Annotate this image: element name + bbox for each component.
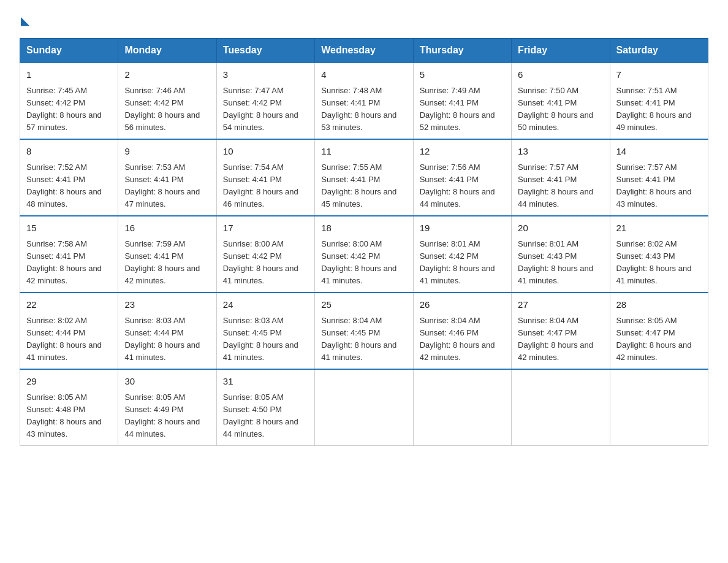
- day-info: Sunrise: 7:54 AMSunset: 4:41 PMDaylight:…: [223, 163, 298, 209]
- day-info: Sunrise: 8:02 AMSunset: 4:43 PMDaylight:…: [616, 239, 692, 285]
- day-number: 1: [26, 68, 112, 82]
- day-cell-6: 6 Sunrise: 7:50 AMSunset: 4:41 PMDayligh…: [512, 63, 610, 139]
- day-cell-15: 15 Sunrise: 7:58 AMSunset: 4:41 PMDaylig…: [20, 216, 118, 293]
- day-number: 19: [420, 221, 505, 236]
- day-number: 8: [26, 145, 112, 159]
- col-header-monday: Monday: [118, 39, 216, 63]
- empty-cell: [512, 369, 610, 446]
- col-header-sunday: Sunday: [20, 39, 118, 63]
- day-info: Sunrise: 7:48 AMSunset: 4:41 PMDaylight:…: [321, 86, 396, 132]
- day-cell-1: 1 Sunrise: 7:45 AMSunset: 4:42 PMDayligh…: [20, 63, 118, 139]
- day-info: Sunrise: 8:01 AMSunset: 4:43 PMDaylight:…: [518, 239, 593, 285]
- col-header-wednesday: Wednesday: [315, 39, 413, 63]
- day-cell-20: 20 Sunrise: 8:01 AMSunset: 4:43 PMDaylig…: [512, 216, 610, 293]
- day-info: Sunrise: 8:05 AMSunset: 4:48 PMDaylight:…: [26, 393, 102, 439]
- day-cell-13: 13 Sunrise: 7:57 AMSunset: 4:41 PMDaylig…: [512, 139, 610, 216]
- day-number: 23: [124, 298, 210, 312]
- logo: [20, 15, 29, 26]
- day-cell-23: 23 Sunrise: 8:03 AMSunset: 4:44 PMDaylig…: [118, 293, 216, 369]
- day-number: 28: [616, 298, 702, 312]
- day-info: Sunrise: 7:47 AMSunset: 4:42 PMDaylight:…: [223, 86, 298, 132]
- logo-triangle-icon: [21, 17, 29, 26]
- day-number: 30: [124, 375, 210, 389]
- day-number: 9: [124, 145, 210, 159]
- day-cell-10: 10 Sunrise: 7:54 AMSunset: 4:41 PMDaylig…: [216, 139, 314, 216]
- col-header-saturday: Saturday: [610, 39, 708, 63]
- day-cell-16: 16 Sunrise: 7:59 AMSunset: 4:41 PMDaylig…: [118, 216, 216, 293]
- day-number: 5: [420, 68, 505, 82]
- day-cell-12: 12 Sunrise: 7:56 AMSunset: 4:41 PMDaylig…: [413, 139, 511, 216]
- day-info: Sunrise: 7:59 AMSunset: 4:41 PMDaylight:…: [124, 239, 200, 285]
- day-info: Sunrise: 8:05 AMSunset: 4:50 PMDaylight:…: [223, 393, 298, 439]
- day-cell-11: 11 Sunrise: 7:55 AMSunset: 4:41 PMDaylig…: [315, 139, 413, 216]
- day-cell-8: 8 Sunrise: 7:52 AMSunset: 4:41 PMDayligh…: [20, 139, 118, 216]
- day-cell-21: 21 Sunrise: 8:02 AMSunset: 4:43 PMDaylig…: [610, 216, 708, 293]
- day-info: Sunrise: 7:52 AMSunset: 4:41 PMDaylight:…: [26, 163, 102, 209]
- day-number: 22: [26, 298, 112, 312]
- day-number: 6: [518, 68, 603, 82]
- day-number: 27: [518, 298, 603, 312]
- page-header: [20, 15, 708, 26]
- day-info: Sunrise: 7:56 AMSunset: 4:41 PMDaylight:…: [420, 163, 495, 209]
- day-number: 17: [223, 221, 308, 236]
- day-number: 13: [518, 145, 603, 159]
- day-cell-9: 9 Sunrise: 7:53 AMSunset: 4:41 PMDayligh…: [118, 139, 216, 216]
- week-row-5: 29 Sunrise: 8:05 AMSunset: 4:48 PMDaylig…: [20, 369, 708, 446]
- col-header-tuesday: Tuesday: [216, 39, 314, 63]
- week-row-4: 22 Sunrise: 8:02 AMSunset: 4:44 PMDaylig…: [20, 293, 708, 369]
- day-number: 16: [124, 221, 210, 236]
- day-cell-3: 3 Sunrise: 7:47 AMSunset: 4:42 PMDayligh…: [216, 63, 314, 139]
- day-cell-30: 30 Sunrise: 8:05 AMSunset: 4:49 PMDaylig…: [118, 369, 216, 446]
- empty-cell: [315, 369, 413, 446]
- day-number: 24: [223, 298, 308, 312]
- day-cell-24: 24 Sunrise: 8:03 AMSunset: 4:45 PMDaylig…: [216, 293, 314, 369]
- day-info: Sunrise: 8:04 AMSunset: 4:47 PMDaylight:…: [518, 316, 593, 362]
- day-cell-19: 19 Sunrise: 8:01 AMSunset: 4:42 PMDaylig…: [413, 216, 511, 293]
- day-cell-29: 29 Sunrise: 8:05 AMSunset: 4:48 PMDaylig…: [20, 369, 118, 446]
- col-header-friday: Friday: [512, 39, 610, 63]
- day-info: Sunrise: 8:05 AMSunset: 4:47 PMDaylight:…: [616, 316, 692, 362]
- day-number: 4: [321, 68, 406, 82]
- day-info: Sunrise: 7:55 AMSunset: 4:41 PMDaylight:…: [321, 163, 396, 209]
- day-cell-2: 2 Sunrise: 7:46 AMSunset: 4:42 PMDayligh…: [118, 63, 216, 139]
- day-number: 18: [321, 221, 406, 236]
- day-info: Sunrise: 7:51 AMSunset: 4:41 PMDaylight:…: [616, 86, 692, 132]
- day-cell-4: 4 Sunrise: 7:48 AMSunset: 4:41 PMDayligh…: [315, 63, 413, 139]
- day-number: 15: [26, 221, 112, 236]
- day-info: Sunrise: 8:05 AMSunset: 4:49 PMDaylight:…: [124, 393, 200, 439]
- day-number: 29: [26, 375, 112, 389]
- day-info: Sunrise: 8:04 AMSunset: 4:45 PMDaylight:…: [321, 316, 396, 362]
- day-cell-22: 22 Sunrise: 8:02 AMSunset: 4:44 PMDaylig…: [20, 293, 118, 369]
- day-info: Sunrise: 7:53 AMSunset: 4:41 PMDaylight:…: [124, 163, 200, 209]
- day-cell-31: 31 Sunrise: 8:05 AMSunset: 4:50 PMDaylig…: [216, 369, 314, 446]
- day-info: Sunrise: 7:58 AMSunset: 4:41 PMDaylight:…: [26, 239, 102, 285]
- day-info: Sunrise: 8:02 AMSunset: 4:44 PMDaylight:…: [26, 316, 102, 362]
- empty-cell: [610, 369, 708, 446]
- day-number: 2: [124, 68, 210, 82]
- day-info: Sunrise: 7:45 AMSunset: 4:42 PMDaylight:…: [26, 86, 102, 132]
- day-cell-28: 28 Sunrise: 8:05 AMSunset: 4:47 PMDaylig…: [610, 293, 708, 369]
- day-cell-27: 27 Sunrise: 8:04 AMSunset: 4:47 PMDaylig…: [512, 293, 610, 369]
- day-number: 26: [420, 298, 505, 312]
- day-number: 21: [616, 221, 702, 236]
- day-number: 14: [616, 145, 702, 159]
- day-info: Sunrise: 7:57 AMSunset: 4:41 PMDaylight:…: [518, 163, 593, 209]
- day-number: 12: [420, 145, 505, 159]
- day-info: Sunrise: 8:01 AMSunset: 4:42 PMDaylight:…: [420, 239, 495, 285]
- day-cell-25: 25 Sunrise: 8:04 AMSunset: 4:45 PMDaylig…: [315, 293, 413, 369]
- day-info: Sunrise: 7:46 AMSunset: 4:42 PMDaylight:…: [124, 86, 200, 132]
- day-info: Sunrise: 7:50 AMSunset: 4:41 PMDaylight:…: [518, 86, 593, 132]
- day-info: Sunrise: 7:57 AMSunset: 4:41 PMDaylight:…: [616, 163, 692, 209]
- day-cell-26: 26 Sunrise: 8:04 AMSunset: 4:46 PMDaylig…: [413, 293, 511, 369]
- day-info: Sunrise: 8:00 AMSunset: 4:42 PMDaylight:…: [223, 239, 298, 285]
- day-cell-18: 18 Sunrise: 8:00 AMSunset: 4:42 PMDaylig…: [315, 216, 413, 293]
- day-info: Sunrise: 8:03 AMSunset: 4:45 PMDaylight:…: [223, 316, 298, 362]
- col-header-thursday: Thursday: [413, 39, 511, 63]
- empty-cell: [413, 369, 511, 446]
- week-row-3: 15 Sunrise: 7:58 AMSunset: 4:41 PMDaylig…: [20, 216, 708, 293]
- day-cell-17: 17 Sunrise: 8:00 AMSunset: 4:42 PMDaylig…: [216, 216, 314, 293]
- calendar-header-row: SundayMondayTuesdayWednesdayThursdayFrid…: [20, 39, 708, 63]
- day-number: 7: [616, 68, 702, 82]
- day-number: 11: [321, 145, 406, 159]
- day-cell-7: 7 Sunrise: 7:51 AMSunset: 4:41 PMDayligh…: [610, 63, 708, 139]
